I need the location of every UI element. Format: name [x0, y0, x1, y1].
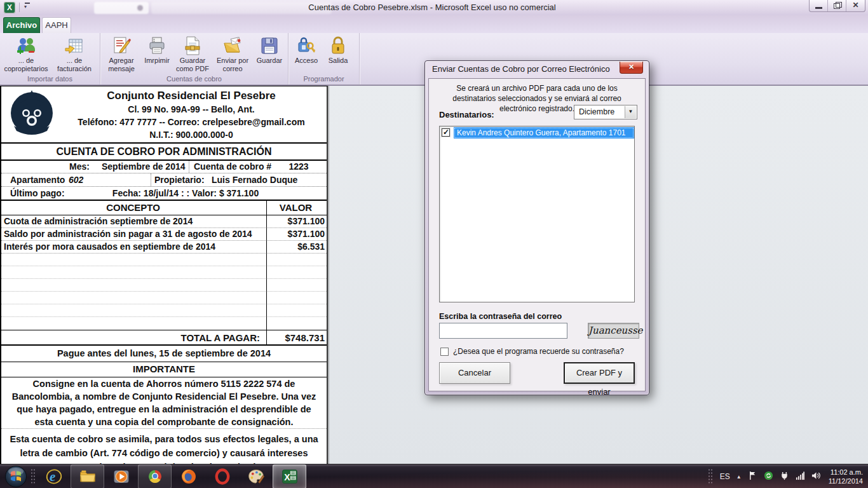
add-message-button[interactable]: Agregar mensaje [102, 34, 141, 74]
opera-icon[interactable] [205, 464, 239, 488]
start-button[interactable] [4, 465, 27, 488]
button-label: ... de facturación [57, 57, 92, 73]
recipients-label: Destinatarios: [439, 110, 494, 119]
table-header-row: CONCEPTO VALOR [1, 201, 327, 215]
save-pdf-icon [182, 36, 203, 56]
chevron-down-icon[interactable] [625, 106, 636, 118]
network-signal-icon[interactable] [796, 471, 805, 483]
excel-icon[interactable]: X [273, 464, 306, 488]
invoice-apartment-row: Apartamento 602 Propietario: Luis Fernad… [1, 173, 327, 187]
invoice-header: Conjunto Residencial El Pesebre Cl. 99 N… [1, 86, 327, 144]
print-button[interactable]: Imrpimir [141, 34, 173, 74]
paint-icon[interactable] [239, 464, 273, 488]
clock[interactable]: 11:02 a.m. 11/12/2014 [829, 468, 863, 485]
concepto-cell: Saldo por administración sin pagar a 31 … [1, 228, 265, 240]
last-payment-row: Último pago: Fecha: 18/jul/14 : : Valor:… [1, 187, 327, 201]
minimize-icon[interactable] [810, 0, 828, 11]
ribbon-group-programador: Acceso Salida Programador [288, 33, 360, 85]
divider [151, 173, 151, 186]
access-lock-icon [296, 36, 316, 56]
chrome-icon[interactable] [138, 464, 172, 488]
cancel-button[interactable]: Cancelar [439, 362, 510, 384]
dialog-title: Enviar Cuentas de Cobro por Correo Elect… [432, 61, 610, 78]
svg-text:X: X [284, 472, 290, 482]
important-paragraph-1: Consigne en la cuenta de Ahorros número … [1, 377, 327, 429]
button-label: Agregar mensaje [108, 57, 135, 73]
company-contact: Teléfono: 477 7777 -- Correo: crelpesebr… [60, 116, 323, 128]
ribbon-group-cuentas-de-cobro: Agregar mensaje Imrpimir Guardar como PD… [100, 33, 288, 85]
remember-password-label: ¿Desea que el programa recuerde su contr… [453, 347, 624, 356]
language-indicator[interactable]: ES [720, 472, 730, 481]
valor-cell: $6.531 [265, 241, 327, 253]
invoice-title: CUENTA DE COBRO POR ADMINISTRACIÓN [1, 144, 327, 161]
dialog-close-icon[interactable] [620, 62, 643, 74]
tab-archivo[interactable]: Archivo [3, 17, 40, 33]
import-owners-button[interactable]: ... de copropietarios [1, 34, 51, 74]
save-pdf-button[interactable]: Guardar como PDF [173, 34, 212, 74]
password-input[interactable] [439, 323, 567, 339]
excel-app-icon[interactable]: X [4, 2, 15, 13]
table-row-empty [1, 279, 327, 292]
invoice-number-value: 1223 [278, 161, 319, 173]
valor-cell: $371.100 [265, 215, 327, 227]
import-billing-button[interactable]: ... de facturación [51, 34, 98, 74]
dialog-body: Se creará un archivo PDF para cada uno d… [428, 78, 646, 391]
save-icon [259, 36, 280, 56]
firefox-icon[interactable] [172, 464, 205, 488]
table-row: Cuota de administración septiembre de 20… [1, 215, 327, 228]
import-billing-icon [64, 36, 85, 56]
concepto-cell: Cuota de administración septiembre de 20… [1, 215, 265, 227]
recipient-checkbox[interactable] [442, 128, 450, 137]
print-icon [147, 36, 167, 56]
close-icon[interactable] [846, 0, 865, 11]
last-payment-label: Último pago: [10, 187, 65, 200]
internet-explorer-icon[interactable]: e [37, 464, 71, 488]
ribbon-group-importar-datos: ... de copropietarios ... de facturación… [0, 33, 100, 85]
list-item[interactable]: Kevin Andres Quintero Guerra, Apartament… [440, 126, 634, 139]
month-dropdown[interactable]: Diciembre [574, 105, 637, 119]
taskbar: e X ES [0, 464, 868, 488]
media-player-icon[interactable] [104, 464, 138, 488]
recipient-label[interactable]: Kevin Andres Quintero Guerra, Apartament… [454, 127, 634, 139]
send-mail-button[interactable]: Enviar por correo [212, 34, 253, 74]
exit-button[interactable]: Salida [323, 34, 353, 74]
taskbar-grip [708, 468, 714, 485]
button-label: Guardar [257, 57, 282, 65]
window-title: Cuentas de Cobro Pesebre.xlsm - Microsof… [254, 0, 610, 15]
table-row: Saldo por administración sin pagar a 31 … [1, 228, 327, 241]
button-label: Enviar por correo [217, 57, 248, 73]
save-button[interactable]: Guardar [253, 34, 286, 74]
table-row-empty [1, 266, 327, 279]
clock-date: 11/12/2014 [829, 477, 863, 485]
svg-text:e: e [50, 469, 55, 484]
due-notice: Pague antes del lunes, 15 de septiembre … [1, 346, 327, 362]
tab-aaph[interactable]: AAPH [42, 17, 71, 33]
show-hidden-icons-icon[interactable] [736, 474, 742, 480]
concepto-cell: Interés por mora causados en septiembre … [1, 241, 265, 253]
add-message-icon [111, 36, 132, 56]
important-paragraph-2: Esta cuenta de cobro se asimila, para to… [1, 429, 327, 464]
button-label: Guardar como PDF [176, 57, 209, 73]
ribbon-group-label: Cuentas de cobro [100, 74, 288, 85]
volume-icon[interactable] [811, 471, 821, 483]
recipients-listbox[interactable]: Kevin Andres Quintero Guerra, Apartament… [439, 126, 635, 302]
remember-password-checkbox[interactable] [440, 348, 449, 356]
table-row: Interés por mora causados en septiembre … [1, 241, 327, 254]
button-label: Acceso [295, 57, 318, 65]
import-owners-icon [16, 36, 36, 56]
divider [189, 161, 189, 173]
page-shadow [328, 86, 330, 464]
windows-explorer-icon[interactable] [71, 464, 104, 488]
access-button[interactable]: Acceso [290, 34, 323, 74]
taskbar-apps: e X [37, 464, 306, 488]
create-pdf-send-button[interactable]: Crear PDF y enviar [564, 362, 635, 384]
action-center-flag-icon[interactable] [748, 471, 757, 483]
restore-icon[interactable] [828, 0, 846, 11]
total-value: $748.731 [265, 330, 327, 344]
dialog-titlebar[interactable]: Enviar Cuentas de Cobro por Correo Elect… [425, 61, 649, 78]
sync-status-icon[interactable] [764, 471, 773, 483]
quick-access-customize-icon[interactable] [24, 4, 31, 10]
power-plug-icon[interactable] [780, 471, 789, 483]
invoice-month-row: Mes: Septiembre de 2014 Cuenta de cobro … [1, 161, 327, 173]
owner-label: Propietario: [154, 173, 205, 186]
